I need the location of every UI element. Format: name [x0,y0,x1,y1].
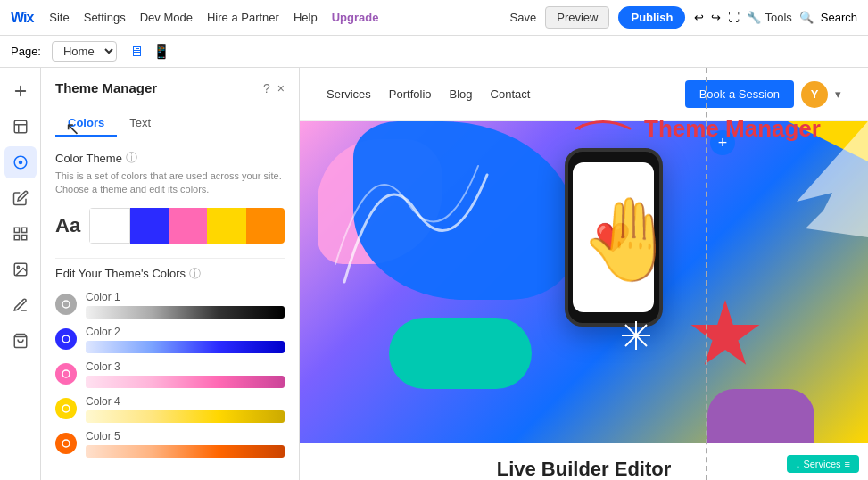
page-select[interactable]: Home [52,41,117,62]
sidebar-item-pages[interactable] [4,111,37,143]
color-3-info: Color 3 [86,360,285,388]
left-sidebar [0,68,41,480]
theme-help-icon[interactable]: ? [263,81,270,95]
site-nav-services[interactable]: Services [327,87,371,101]
undo-icon[interactable]: ↩ [694,11,704,24]
main-area: Theme Manager ? × Colors Text Color Them… [0,68,868,480]
color-2-label: Color 2 [86,326,285,338]
annotation-arrow-svg [567,111,639,146]
svg-point-9 [62,301,70,308]
theme-panel-header: Theme Manager ? × [41,68,299,103]
swatch-2[interactable] [169,208,207,244]
color-row-4[interactable]: Color 4 [55,395,285,423]
nav-partner[interactable]: Hire a Partner [207,11,279,24]
sidebar-item-theme[interactable] [4,146,37,178]
nav-devmode[interactable]: Dev Mode [140,11,193,24]
theme-panel: Theme Manager ? × Colors Text Color Them… [41,68,300,480]
tab-text[interactable]: Text [117,111,163,137]
nav-settings[interactable]: Settings [84,11,126,24]
annotation-text: Theme Manager [644,115,821,143]
color-row-3[interactable]: Color 3 [55,360,285,388]
desktop-view-icon[interactable]: 🖥 [128,42,145,62]
color-theme-desc: This is a set of colors that are used ac… [55,170,285,197]
sidebar-item-add[interactable] [4,75,37,107]
top-nav: Site Settings Dev Mode Hire a Partner He… [49,11,378,24]
tools-button[interactable]: 🔧 Tools [747,11,791,24]
color-row-5[interactable]: Color 5 [55,430,285,458]
divider [55,258,285,259]
edit-colors-info[interactable]: ⓘ [189,266,201,282]
hero-area: ❤️ 🤚 [300,121,868,443]
color-theme-info[interactable]: ⓘ [126,150,137,166]
site-nav-blog[interactable]: Blog [450,87,473,101]
color-row-1[interactable]: Color 1 [55,291,285,319]
nav-upgrade[interactable]: Upgrade [332,11,379,24]
wix-logo: Wix [11,10,33,26]
color-4-gradient [86,410,285,423]
color-1-info: Color 1 [86,291,285,319]
sidebar-item-blog[interactable] [4,289,37,321]
edit-colors-label: Edit Your Theme's Colors ⓘ [55,266,285,282]
color-4-info: Color 4 [86,395,285,423]
swatch-0[interactable] [89,208,129,244]
color-5-gradient [86,445,285,458]
services-btn-icon: ≡ [845,459,850,469]
avatar-chevron-icon[interactable]: ▾ [835,87,841,101]
theme-swatches[interactable] [89,208,285,244]
site-nav-portfolio[interactable]: Portfolio [389,87,432,101]
svg-point-7 [17,266,19,268]
below-fold-title: Live Builder Editor [497,458,672,481]
nav-site[interactable]: Site [49,11,69,24]
sidebar-item-edit[interactable] [4,182,37,214]
nav-help[interactable]: Help [293,11,318,24]
swatch-1[interactable] [130,208,169,244]
color-1-icon [55,294,77,315]
shape-purple [707,389,814,443]
top-bar: Wix Site Settings Dev Mode Hire a Partne… [0,0,868,36]
header-right: Book a Session Y ▾ [685,80,841,108]
view-icons: 🖥 📱 [128,41,172,62]
theme-panel-body: Color Theme ⓘ This is a set of colors th… [41,137,299,480]
sidebar-item-apps[interactable] [4,218,37,250]
color-row-2[interactable]: Color 2 [55,326,285,353]
canvas-area: Theme Manager Services Portfolio Blog Co… [300,68,868,480]
tab-colors[interactable]: Colors [55,111,117,137]
shape-red-star [690,300,761,371]
color-5-label: Color 5 [86,430,285,443]
color-3-icon [55,363,77,385]
site-avatar[interactable]: Y [801,81,828,108]
services-btn-label: ↓ Services [796,459,841,469]
sidebar-item-store[interactable] [4,325,37,357]
sidebar-item-media[interactable] [4,253,37,286]
below-fold: Live Builder Editor What I Do [300,443,868,480]
publish-button[interactable]: Publish [618,6,685,29]
tools-icon: 🔧 [747,11,761,24]
color-4-label: Color 4 [86,395,285,408]
svg-rect-3 [21,228,26,232]
swatch-4[interactable] [246,208,285,244]
curvy-line-svg [327,139,505,300]
services-button[interactable]: ↓ Services ≡ [787,455,859,473]
hero-bg: ❤️ 🤚 [300,121,868,443]
save-button[interactable]: Save [510,11,537,24]
color-3-gradient [86,376,285,388]
wix-logo-w: W [11,10,23,25]
second-bar: Page: Home 🖥 📱 [0,36,868,68]
svg-rect-4 [14,236,19,240]
mobile-view-icon[interactable]: 📱 [151,41,172,62]
snowflake-svg [618,318,654,353]
theme-aa-label: Aa [55,214,80,237]
fullscreen-icon[interactable]: ⛶ [728,11,740,24]
redo-icon[interactable]: ↪ [711,11,721,24]
color-1-gradient [86,306,285,319]
site-cta-button[interactable]: Book a Session [685,80,794,108]
search-icon[interactable]: 🔍 [799,11,814,24]
theme-close-icon[interactable]: × [277,81,285,95]
color-4-icon [55,398,77,419]
color-3-label: Color 3 [86,360,285,373]
svg-point-12 [62,405,70,412]
site-nav-contact[interactable]: Contact [491,87,531,101]
preview-button[interactable]: Preview [545,6,609,29]
hand-holding-phone: 🤚 [579,193,679,286]
swatch-3[interactable] [207,208,245,244]
